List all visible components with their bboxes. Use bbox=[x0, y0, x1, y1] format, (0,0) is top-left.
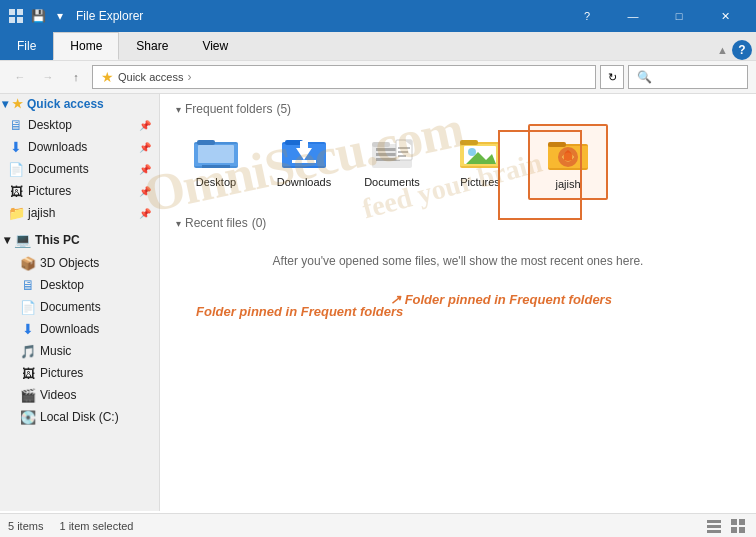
svg-rect-0 bbox=[9, 9, 15, 15]
svg-rect-37 bbox=[739, 519, 745, 525]
recent-files-message: After you've opened some files, we'll sh… bbox=[176, 238, 740, 284]
disk-icon: 💽 bbox=[20, 409, 36, 425]
quick-access-star: ★ bbox=[101, 69, 114, 85]
sidebar-item-videos[interactable]: 🎬 Videos bbox=[0, 384, 159, 406]
sidebar-item-local-disk[interactable]: 💽 Local Disk (C:) bbox=[0, 406, 159, 428]
folder-jajish[interactable]: jajish bbox=[528, 124, 608, 200]
3dobjects-label: 3D Objects bbox=[40, 256, 99, 270]
pc-pictures-label: Pictures bbox=[40, 366, 83, 380]
pc-documents-icon: 📄 bbox=[20, 299, 36, 315]
svg-rect-21 bbox=[398, 151, 408, 153]
title-bar-icons: 💾 ▾ bbox=[8, 8, 68, 24]
address-chevron: › bbox=[187, 70, 191, 84]
sidebar-item-desktop[interactable]: 🖥 Desktop 📌 bbox=[0, 114, 159, 136]
search-box[interactable]: 🔍 bbox=[628, 65, 748, 89]
ribbon-collapse[interactable]: ▲ bbox=[717, 44, 728, 56]
back-button[interactable]: ← bbox=[8, 65, 32, 89]
jajish-folder-icon bbox=[544, 134, 592, 174]
up-button[interactable]: ↑ bbox=[64, 65, 88, 89]
pin-icon-4: 📌 bbox=[139, 186, 151, 197]
svg-rect-20 bbox=[398, 147, 410, 149]
window-icon bbox=[8, 8, 24, 24]
content-area: ▾ Frequent folders (5) Desktop bbox=[160, 94, 756, 511]
frequent-folders-header[interactable]: ▾ Frequent folders (5) bbox=[176, 102, 740, 116]
svg-rect-12 bbox=[300, 141, 308, 151]
help-button[interactable]: ? bbox=[564, 0, 610, 32]
documents-icon: 📄 bbox=[8, 161, 24, 177]
quick-access-label: Quick access bbox=[27, 97, 104, 111]
svg-rect-13 bbox=[292, 160, 316, 163]
svg-rect-33 bbox=[707, 520, 721, 523]
recent-files-header[interactable]: ▾ Recent files (0) bbox=[176, 216, 740, 230]
view-detail-button[interactable] bbox=[704, 516, 724, 536]
svg-rect-8 bbox=[202, 165, 230, 168]
jajish-icon: 📁 bbox=[8, 205, 24, 221]
folder-downloads[interactable]: Downloads bbox=[264, 124, 344, 200]
jajish-folder-label: jajish bbox=[555, 178, 580, 190]
title-controls: ? — □ ✕ bbox=[564, 0, 748, 32]
sidebar-documents-label: Documents bbox=[28, 162, 89, 176]
address-input[interactable]: ★ Quick access › bbox=[92, 65, 596, 89]
videos-label: Videos bbox=[40, 388, 76, 402]
sidebar-item-downloads[interactable]: ⬇ Downloads 📌 bbox=[0, 136, 159, 158]
sidebar-item-pictures[interactable]: 🖼 Pictures 📌 bbox=[0, 180, 159, 202]
tab-share[interactable]: Share bbox=[119, 32, 185, 60]
pc-downloads-icon: ⬇ bbox=[20, 321, 36, 337]
sidebar-item-3dobjects[interactable]: 📦 3D Objects bbox=[0, 252, 159, 274]
svg-rect-3 bbox=[17, 17, 23, 23]
tab-file[interactable]: File bbox=[0, 32, 53, 60]
ribbon-tabs: File Home Share View ▲ ? bbox=[0, 32, 756, 60]
ribbon: File Home Share View ▲ ? bbox=[0, 32, 756, 61]
desktop-icon: 🖥 bbox=[8, 117, 24, 133]
folder-pictures[interactable]: Pictures bbox=[440, 124, 520, 200]
annotation-area: Folder pinned in Frequent folders bbox=[176, 304, 740, 319]
sidebar-item-documents[interactable]: 📄 Documents 📌 bbox=[0, 158, 159, 180]
quick-access-star-icon: ★ bbox=[12, 97, 23, 111]
folder-documents[interactable]: Documents bbox=[352, 124, 432, 200]
sidebar: ▾ ★ Quick access 🖥 Desktop 📌 ⬇ Downloads… bbox=[0, 94, 160, 511]
main-layout: ▾ ★ Quick access 🖥 Desktop 📌 ⬇ Downloads… bbox=[0, 94, 756, 511]
sidebar-item-jajish[interactable]: 📁 jajish 📌 bbox=[0, 202, 159, 224]
pin-icon: 📌 bbox=[139, 120, 151, 131]
minimize-button[interactable]: — bbox=[610, 0, 656, 32]
sidebar-item-pc-desktop[interactable]: 🖥 Desktop bbox=[0, 274, 159, 296]
frequent-folders-count: (5) bbox=[276, 102, 291, 116]
svg-rect-31 bbox=[548, 142, 566, 147]
recent-files-label: Recent files bbox=[185, 216, 248, 230]
save-icon: 💾 bbox=[30, 8, 46, 24]
sidebar-item-pc-documents[interactable]: 📄 Documents bbox=[0, 296, 159, 318]
refresh-button[interactable]: ↻ bbox=[600, 65, 624, 89]
frequent-folders-label: Frequent folders bbox=[185, 102, 272, 116]
dropdown-icon[interactable]: ▾ bbox=[52, 8, 68, 24]
sidebar-downloads-label: Downloads bbox=[28, 140, 87, 154]
sidebar-item-pc-pictures[interactable]: 🖼 Pictures bbox=[0, 362, 159, 384]
close-button[interactable]: ✕ bbox=[702, 0, 748, 32]
quick-access-chevron: ▾ bbox=[2, 97, 8, 111]
tab-view[interactable]: View bbox=[185, 32, 245, 60]
pc-desktop-label: Desktop bbox=[40, 278, 84, 292]
view-grid-button[interactable] bbox=[728, 516, 748, 536]
sidebar-item-pc-downloads[interactable]: ⬇ Downloads bbox=[0, 318, 159, 340]
sidebar-item-music[interactable]: 🎵 Music bbox=[0, 340, 159, 362]
forward-button[interactable]: → bbox=[36, 65, 60, 89]
maximize-button[interactable]: □ bbox=[656, 0, 702, 32]
svg-rect-35 bbox=[707, 530, 721, 533]
music-label: Music bbox=[40, 344, 71, 358]
desktop-folder-label: Desktop bbox=[196, 176, 236, 188]
documents-folder-icon bbox=[368, 132, 416, 172]
svg-rect-22 bbox=[398, 155, 406, 157]
pin-icon-2: 📌 bbox=[139, 142, 151, 153]
svg-rect-25 bbox=[460, 140, 478, 145]
address-path-text: Quick access bbox=[118, 71, 183, 83]
pin-icon-5: 📌 bbox=[139, 208, 151, 219]
folder-desktop[interactable]: Desktop bbox=[176, 124, 256, 200]
pc-downloads-label: Downloads bbox=[40, 322, 99, 336]
this-pc-label: This PC bbox=[35, 233, 80, 247]
tab-home[interactable]: Home bbox=[53, 32, 119, 60]
help-circle[interactable]: ? bbox=[732, 40, 752, 60]
frequent-chevron: ▾ bbox=[176, 104, 181, 115]
quick-access-header[interactable]: ▾ ★ Quick access bbox=[0, 94, 159, 114]
selected-count: 1 item selected bbox=[59, 520, 133, 532]
window-title: File Explorer bbox=[76, 9, 564, 23]
this-pc-header[interactable]: ▾ 💻 This PC bbox=[0, 228, 159, 252]
